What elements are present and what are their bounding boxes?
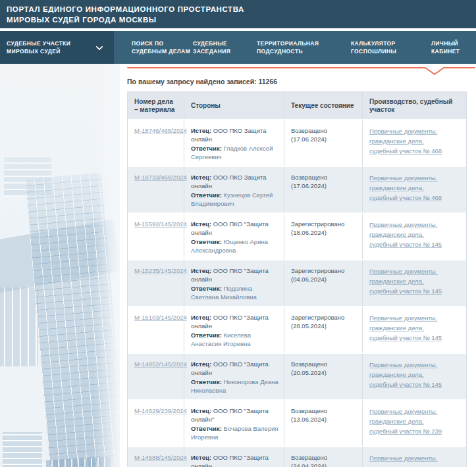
site-header: ПОРТАЛ ЕДИНОГО ИНФОРМАЦИОННОГО ПРОСТРАНС… [0,0,476,28]
plaintiff-label: Истец: [191,174,211,181]
case-number-link[interactable]: М-14588/145/2024 [134,454,187,461]
plaintiff-label: Истец: [191,360,211,368]
nav-item-territorial-jurisdiction[interactable]: ТЕРРИТОРИАЛЬНАЯ ПОДСУДНОСТЬ [257,31,319,64]
case-number-cell: М-15592/145/2024 [128,214,184,259]
nav-item-label-line2: СУДЕБНЫМ ДЕЛАМ [132,47,190,55]
production-court-link[interactable]: Первичные документы, гражданские дела, с… [369,360,448,389]
case-status-text: Возвращено (17.06.2024) [291,127,327,143]
table-body: М-18746/468/2024 Истец: ООО ПКО Защита о… [128,119,466,467]
production-court-link[interactable]: Первичные документы, гражданские дела, с… [369,173,448,203]
site-title: ПОРТАЛ ЕДИНОГО ИНФОРМАЦИОННОГО ПРОСТРАНС… [0,0,476,25]
parties-cell: Истец: ООО ПКО "Защита онлайн Ответчик: … [184,354,284,399]
parties-cell: Истец: ООО ПКО "Защита онлайн" Ответчик:… [184,401,284,446]
case-status-text: Возвращено (17.06.2024) [291,174,327,189]
defendant-label: Ответчик: [191,238,222,245]
production-cell: Первичные документы, гражданские дела, с… [363,354,466,399]
production-court-link[interactable]: Первичные документы, гражданские дела, с… [369,453,448,467]
nav-item-label-line2: ПОДСУДНОСТЬ [257,47,319,55]
status-cell: Зарегистрировано (18.06.2024) [284,214,363,259]
nav-item-court-districts[interactable]: СУДЕБНЫЕ УЧАСТКИ МИРОВЫХ СУДЕЙ [0,31,114,64]
parties-cell: Истец: ООО ПКО "Защита онлайн Ответчик: … [184,307,284,353]
status-cell: Возвращено (20.05.2024) [284,354,363,399]
parties-cell: Истец: ООО ПКО Защита онлайн Ответчик: Г… [184,120,284,166]
production-cell: Первичные документы, гражданские дела, с… [363,307,466,353]
city-background-image [0,64,120,467]
table-header-row: Номер дела – материала Стороны Текущее с… [128,92,466,119]
production-cell: Первичные документы, гражданские дела, с… [363,260,466,306]
production-cell: Первичные документы, гражданские дела, с… [363,401,466,446]
column-header-parties: Стороны [184,92,284,119]
case-number-cell: М-15235/145/2024 [128,260,184,306]
case-number-link[interactable]: М-14852/145/2024 [134,360,187,368]
nav-item-court-sessions[interactable]: СУДЕБНЫЕ ЗАСЕДАНИЯ [193,31,230,64]
nav-item-duty-calculator[interactable]: КАЛЬКУЛЯТОР ГОСПОШЛИНЫ [351,31,396,64]
results-count-value: 11266 [259,78,278,86]
table-row: М-14629/239/2024 Истец: ООО ПКО "Защита … [128,399,466,446]
production-court-link[interactable]: Первичные документы, гражданские дела, с… [369,266,448,296]
production-court-link[interactable]: Первичные документы, гражданские дела, с… [369,220,448,249]
case-number-link[interactable]: М-18746/468/2024 [134,127,187,134]
city-building-shape [0,287,38,366]
results-count-line: По вашему запросу найдено записей: 11266 [127,78,277,86]
nav-item-label-line1: КАЛЬКУЛЯТОР [351,39,396,47]
column-header-status: Текущее состояние [284,92,363,119]
table-row: М-15592/145/2024 Истец: ООО ПКО "Защита … [128,212,466,259]
site-title-line2: МИРОВЫХ СУДЕЙ ГОРОДА МОСКВЫ [7,14,476,25]
active-tab-indicator-line [127,66,476,76]
case-number-link[interactable]: М-15235/145/2024 [134,267,187,274]
case-number-cell: М-15103/145/2024 [128,307,184,353]
plaintiff-label: Истец: [191,220,211,228]
case-number-cell: М-14852/145/2024 [128,354,184,399]
case-number-cell: М-18746/468/2024 [128,120,184,166]
table-row: М-15235/145/2024 Истец: ООО ПКО "Защита … [128,259,466,306]
production-cell: Первичные документы, гражданские дела, с… [363,214,466,259]
production-court-link[interactable]: Первичные документы, гражданские дела, с… [369,313,448,343]
case-number-link[interactable]: М-15103/145/2024 [134,314,187,321]
status-cell: Зарегистрировано (04.06.2024) [284,260,363,306]
defendant-label: Ответчик: [191,332,222,339]
case-status-text: Возвращено (13.06.2024) [291,407,327,423]
plaintiff-label: Истец: [191,407,211,414]
nav-item-label-line2: ГОСПОШЛИНЫ [351,47,396,55]
production-court-link[interactable]: Первичные документы, гражданские дела, с… [369,126,448,156]
table-row: М-18733/468/2024 Истец: ООО ПКО Защита о… [128,166,466,212]
site-title-line1: ПОРТАЛ ЕДИНОГО ИНФОРМАЦИОННОГО ПРОСТРАНС… [7,4,476,14]
case-number-link[interactable]: М-18733/468/2024 [134,174,187,181]
column-header-production: Производство, судебный участок [363,92,466,119]
table-row: М-15103/145/2024 Истец: ООО ПКО "Защита … [128,306,466,353]
parties-cell: Истец: ООО ПКО Защита онлайн Ответчик: К… [184,167,284,212]
production-cell: Первичные документы, гражданские дела, с… [363,120,466,166]
defendant-label: Ответчик: [191,425,222,432]
results-count-label: По вашему запросу найдено записей: [127,78,257,86]
status-cell: Зарегистрировано (28.05.2024) [284,307,363,353]
nav-item-label-line2: ЗАСЕДАНИЯ [193,47,230,55]
production-cell: Первичные документы, гражданские дела, с… [363,167,466,212]
city-building-shape [3,432,42,467]
production-court-link[interactable]: Первичные документы, гражданские дела, с… [369,406,448,436]
case-number-link[interactable]: М-15592/145/2024 [134,220,187,228]
plaintiff-label: Истец: [191,314,211,321]
nav-item-case-search[interactable]: ПОИСК ПО СУДЕБНЫМ ДЕЛАМ [132,31,190,64]
plaintiff-label: Истец: [191,127,211,134]
case-status-text: Возвращено (20.05.2024) [291,360,327,376]
case-number-cell: М-18733/468/2024 [128,167,184,212]
table-row: М-14588/145/2024 Истец: ООО ПКО "Защита … [128,446,466,467]
defendant-label: Ответчик: [191,145,222,152]
table-row: М-14852/145/2024 Истец: ООО ПКО "Защита … [128,353,466,399]
production-cell: Первичные документы, гражданские дела, с… [363,447,466,467]
cases-table: Номер дела – материала Стороны Текущее с… [127,91,467,467]
defendant-label: Ответчик: [191,191,222,199]
status-cell: Возвращено (24.04.2024) [284,447,363,467]
parties-cell: Истец: ООО ПКО "Защита онлайн Ответчик: … [184,214,284,259]
main-nav: СУДЕБНЫЕ УЧАСТКИ МИРОВЫХ СУДЕЙ ПОИСК ПО … [0,31,476,64]
status-cell: Возвращено (17.06.2024) [284,167,363,212]
defendant-label: Ответчик: [191,378,222,385]
case-status-text: Зарегистрировано (28.05.2024) [291,314,344,330]
defendant-label: Ответчик: [191,285,222,292]
status-cell: Возвращено (17.06.2024) [284,120,363,166]
case-number-link[interactable]: М-14629/239/2024 [134,407,187,414]
plaintiff-label: Истец: [191,267,211,274]
city-tower-shape [25,173,120,467]
nav-item-personal-cabinet[interactable]: ЛИЧНЫЙ КАБИНЕТ [431,31,460,64]
nav-item-label-line1: ТЕРРИТОРИАЛЬНАЯ [257,39,319,47]
